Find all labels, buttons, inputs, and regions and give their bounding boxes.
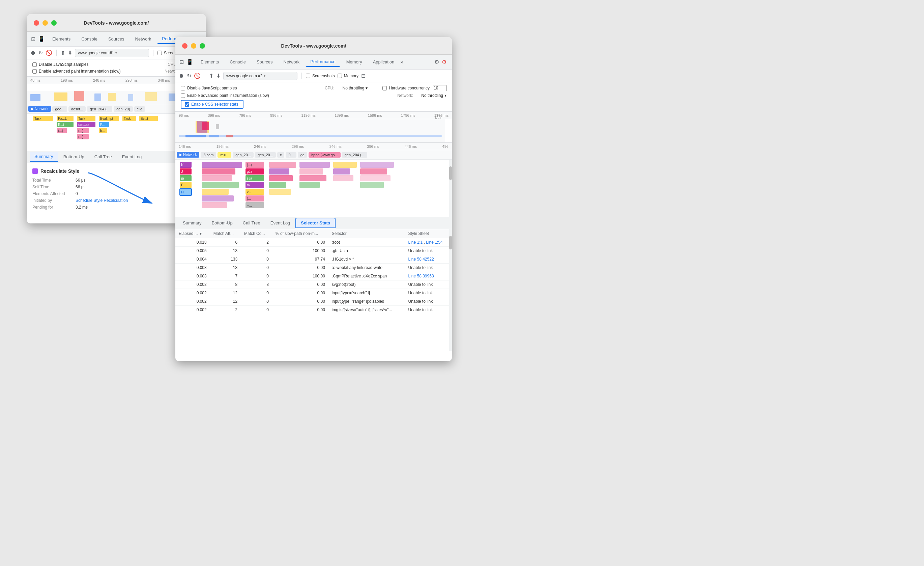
disable-js-checkbox-2[interactable] <box>181 86 185 90</box>
url-chevron-2[interactable]: ▾ <box>264 74 266 78</box>
enable-css-box: Enable CSS selector stats <box>181 100 243 109</box>
download-icon-2[interactable]: ⬇ <box>216 72 220 79</box>
table-row[interactable]: 0.003 13 0 0.00 a:-webkit-any-link:read-… <box>176 263 452 272</box>
btab-eventlog-2[interactable]: Event Log <box>266 218 295 227</box>
record-icon[interactable]: ⏺ <box>30 50 36 56</box>
upload-icon[interactable]: ⬆ <box>61 50 65 56</box>
table-row[interactable]: 0.002 12 0 0.00 input[type="range" i]:di… <box>176 297 452 306</box>
btab-bottomup-2[interactable]: Bottom-Up <box>207 218 237 227</box>
scroll-track-table[interactable] <box>449 229 452 351</box>
minimize-button-1[interactable] <box>42 20 48 26</box>
table-row[interactable]: 0.002 8 8 0.00 svg:not(:root) Unable to … <box>176 280 452 289</box>
clear-icon-2[interactable]: 🚫 <box>194 72 201 79</box>
total-time-key: Total Time <box>32 178 73 182</box>
cell-elapsed: 0.004 <box>176 255 210 263</box>
sheet-link[interactable]: Line 58:42522 <box>408 257 434 262</box>
sheet-link[interactable]: Line 1:1 <box>408 240 423 245</box>
table-row[interactable]: 0.003 7 0 100.00 .CqmPRe:active .oXqZxc … <box>176 272 452 280</box>
tab-application-2[interactable]: Application <box>368 57 399 66</box>
table-row[interactable]: 0.002 12 0 0.00 input[type="search" i] U… <box>176 289 452 297</box>
btab-selectorstats-2[interactable]: Selector Stats <box>296 218 336 228</box>
scroll-thumb-table[interactable] <box>449 236 452 250</box>
device-icon[interactable]: 📱 <box>38 36 45 42</box>
svg-rect-7 <box>145 92 157 101</box>
btab-calltree-2[interactable]: Call Tree <box>238 218 265 227</box>
scroll-track-flame[interactable] <box>449 160 452 217</box>
btab-summary-1[interactable]: Summary <box>30 152 58 162</box>
advanced-paint-checkbox-2[interactable] <box>181 93 185 98</box>
sheet-link2[interactable]: Line 1:54 <box>426 240 442 245</box>
table-row[interactable]: 0.005 13 0 100.00 .gb_Uc a Unable to lin… <box>176 247 452 255</box>
menu-icon-2[interactable]: ⚙ <box>442 59 447 65</box>
th-match-att[interactable]: Match Att... <box>210 229 241 238</box>
initiated-link[interactable]: Schedule Style Recalculation <box>75 198 128 203</box>
th-selector[interactable]: Selector <box>328 229 405 238</box>
tab-network-2[interactable]: Network <box>279 57 304 66</box>
table-row[interactable]: 0.004 133 0 97.74 .HG1dvd > * Line 58:42… <box>176 255 452 263</box>
memory-checkbox-2[interactable] <box>338 74 342 78</box>
reload-icon-2[interactable]: ↻ <box>187 72 191 79</box>
th-match-co[interactable]: Match Co... <box>241 229 272 238</box>
tab-memory-2[interactable]: Memory <box>342 57 367 66</box>
ruler-mark-1: 198 ms <box>61 78 73 82</box>
maximize-button-2[interactable] <box>200 43 205 48</box>
table-row[interactable]: 0.018 6 2 0.00 :root Line 1:1 , Line 1:5… <box>176 238 452 247</box>
tab-elements-1[interactable]: Elements <box>48 35 75 44</box>
svg-rect-1 <box>30 94 40 101</box>
enable-css-checkbox[interactable] <box>185 102 189 107</box>
network-chip-1: goo... <box>52 106 67 112</box>
tab-sources-1[interactable]: Sources <box>104 35 129 44</box>
tab-console-2[interactable]: Console <box>225 57 250 66</box>
r2-mark-4: 1196 ms <box>302 113 316 117</box>
btab-bottomup-1[interactable]: Bottom-Up <box>58 152 89 161</box>
th-pct[interactable]: % of slow-path non-m... <box>272 229 328 238</box>
svg-text:Task: Task <box>124 117 131 120</box>
tab-network-1[interactable]: Network <box>130 35 156 44</box>
advanced-paint-checkbox-1[interactable] <box>32 69 37 74</box>
btab-eventlog-1[interactable]: Event Log <box>117 152 147 161</box>
svg-rect-8 <box>169 93 176 101</box>
disable-js-checkbox-1[interactable] <box>32 62 37 67</box>
close-button-2[interactable] <box>182 43 188 48</box>
tab-console-1[interactable]: Console <box>76 35 102 44</box>
url-bar-2[interactable]: www.google.com #2 ▾ <box>223 72 297 80</box>
hardware-checkbox-2[interactable] <box>382 86 387 90</box>
scroll-thumb-flame[interactable] <box>449 166 452 180</box>
clear-icon[interactable]: 🚫 <box>45 50 52 56</box>
th-elapsed[interactable]: Elapsed ... ▼ <box>176 229 210 238</box>
screenshots-checkbox-1[interactable] <box>158 51 162 55</box>
cell-pct: 97.74 <box>272 255 328 263</box>
close-button-1[interactable] <box>34 20 39 26</box>
advanced-paint-label-1: Enable advanced paint instrumentation (s… <box>39 69 121 74</box>
record-icon-2[interactable]: ⏺ <box>179 73 184 79</box>
reload-icon[interactable]: ↻ <box>39 50 43 56</box>
timeline-area-2[interactable] <box>176 119 452 143</box>
screenshots-checkbox-2[interactable] <box>306 74 310 78</box>
more-tabs-icon-2[interactable]: » <box>400 59 404 65</box>
flame-chart-2[interactable]: K J ja F H (...) gJa sJa m... v... (... <box>176 160 452 217</box>
th-sheet[interactable]: Style Sheet <box>405 229 452 238</box>
upload-icon-2[interactable]: ⬆ <box>209 72 213 79</box>
btab-calltree-1[interactable]: Call Tree <box>90 152 117 161</box>
concurrency-input[interactable] <box>433 85 447 91</box>
inspector-icon-2[interactable]: ⊡ <box>179 59 184 65</box>
sheet-link[interactable]: Line 58:39963 <box>408 274 434 278</box>
maximize-button-1[interactable] <box>51 20 57 26</box>
btab-summary-2[interactable]: Summary <box>178 218 206 227</box>
inspector-icon[interactable]: ⊡ <box>31 36 35 42</box>
table-row[interactable]: 0.002 2 0 0.00 img:is([sizes="auto" i], … <box>176 306 452 314</box>
tab-elements-2[interactable]: Elements <box>196 57 224 66</box>
url-chevron-1[interactable]: ▾ <box>116 51 117 55</box>
settings-icon-2[interactable]: ⚙ <box>434 59 439 65</box>
url-bar-1[interactable]: www.google.com #1 ▾ <box>75 49 149 57</box>
extra-icon-2[interactable]: ⊟ <box>361 72 366 79</box>
tab-performance-2[interactable]: Performance <box>306 57 340 67</box>
tab-sources-2[interactable]: Sources <box>252 57 278 66</box>
dm-0: 146 ms <box>179 145 191 149</box>
download-icon[interactable]: ⬇ <box>68 50 72 56</box>
minimize-button-2[interactable] <box>191 43 196 48</box>
svg-rect-82 <box>300 169 323 175</box>
sheet-unable: Unable to link <box>408 307 433 312</box>
device-icon-2[interactable]: 📱 <box>186 59 193 65</box>
table-container[interactable]: Elapsed ... ▼ Match Att... Match Co... %… <box>176 229 452 351</box>
